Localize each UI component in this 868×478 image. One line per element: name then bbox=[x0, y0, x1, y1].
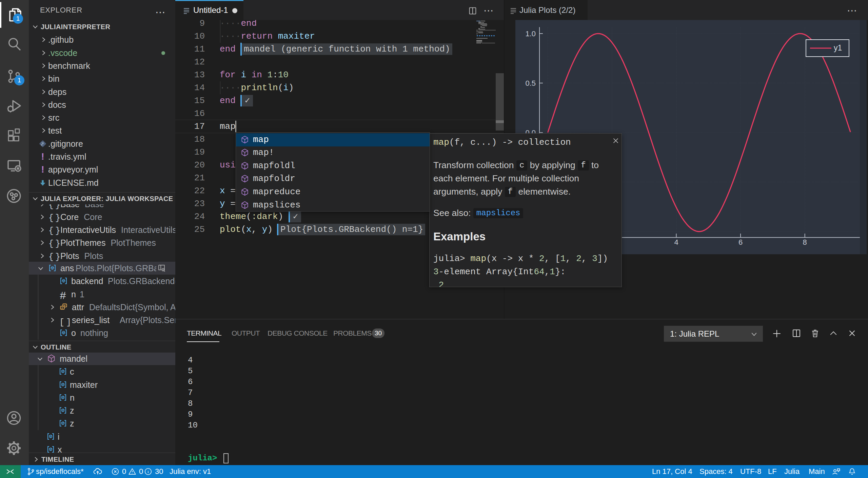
svg-text:4: 4 bbox=[674, 238, 678, 246]
svg-text:1.0: 1.0 bbox=[525, 29, 536, 38]
svg-text:y1: y1 bbox=[834, 43, 842, 52]
svg-text:0.5: 0.5 bbox=[525, 79, 536, 87]
svg-text:8: 8 bbox=[803, 238, 807, 246]
svg-text:6: 6 bbox=[738, 238, 743, 246]
